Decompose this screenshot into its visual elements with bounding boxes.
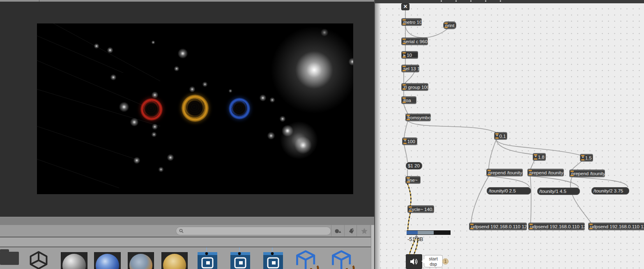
tounity1-message[interactable]: /tounity/1 4.5 xyxy=(537,188,580,195)
star xyxy=(151,91,159,99)
star xyxy=(202,81,208,87)
star xyxy=(94,43,99,49)
material-planet-gold[interactable] xyxy=(161,252,188,269)
asset-grid xyxy=(0,247,372,269)
star xyxy=(279,116,286,122)
star xyxy=(152,123,158,130)
star xyxy=(130,118,139,127)
screen: ✕ metro 100 print serial c 9600 ▶10 sel … xyxy=(0,0,644,269)
unity-logo-icon[interactable] xyxy=(27,250,50,269)
star xyxy=(269,97,275,103)
star xyxy=(267,132,275,140)
material-planet-blue[interactable] xyxy=(94,252,121,269)
favorites-star-icon xyxy=(361,227,368,234)
material-planet-rock[interactable] xyxy=(128,252,154,269)
model-cube-icon[interactable] xyxy=(330,250,355,269)
star xyxy=(133,157,140,164)
star xyxy=(320,28,329,37)
animator-controller-icon[interactable] xyxy=(197,247,218,269)
metro-object[interactable]: metro 100 xyxy=(402,19,421,26)
gain-level-fill xyxy=(407,231,418,234)
multiply-1-5-object[interactable]: * 1.5 xyxy=(580,154,593,161)
star xyxy=(110,74,117,81)
number-box-triangle: ▶ xyxy=(403,53,406,57)
panel-edge-shadow xyxy=(375,3,381,269)
magnifier-icon xyxy=(179,229,184,233)
prepend-tounity0-object[interactable]: prepend /tounity/0 xyxy=(487,169,522,176)
prepend-tounity1-object[interactable]: prepend /tounity/1 xyxy=(528,169,564,176)
fromsymbol-object[interactable]: fromsymbol xyxy=(406,114,430,121)
folder-icon[interactable] xyxy=(0,247,19,269)
star xyxy=(151,40,155,44)
multiply-0-1-object[interactable]: * 0.1 xyxy=(494,132,507,139)
animator-controller-icon[interactable] xyxy=(263,247,283,269)
toggle-object[interactable]: ✕ xyxy=(401,3,409,10)
star xyxy=(189,86,196,93)
star xyxy=(107,47,113,53)
animator-controller-icon[interactable] xyxy=(230,247,251,269)
cycle-object[interactable]: cycle~ 140. xyxy=(408,206,434,213)
star xyxy=(279,121,319,160)
udpsend-object-3[interactable]: udpsend 192.168.0.110 12345 xyxy=(589,223,644,230)
star xyxy=(158,167,164,172)
type-filter-icon xyxy=(334,228,342,234)
gain-db-label: -51 dB xyxy=(407,236,423,242)
project-toolbar xyxy=(0,225,375,237)
asset-path-bar xyxy=(0,237,375,247)
tounity2-message[interactable]: /tounity/2 3.75 xyxy=(591,187,629,195)
hint-line-2: dsp xyxy=(424,262,442,267)
star xyxy=(174,66,179,72)
search-input[interactable] xyxy=(186,229,325,234)
max-titlebar xyxy=(375,0,644,3)
label-filter-button[interactable] xyxy=(345,225,357,237)
hint-line-1: start xyxy=(424,256,442,262)
udpsend-object-1[interactable]: udpsend 192.168.0.110 12345 xyxy=(469,223,527,230)
number-box[interactable]: ▶10 xyxy=(402,51,418,58)
planet-sphere xyxy=(229,98,250,119)
label-tag-icon xyxy=(348,228,355,234)
star xyxy=(167,154,174,161)
assets-scrollbar[interactable] xyxy=(371,225,374,269)
line-object[interactable]: line~ xyxy=(406,176,420,183)
gain-handle[interactable] xyxy=(418,231,434,234)
planet-sphere xyxy=(182,95,209,122)
search-input-wrap[interactable] xyxy=(176,227,331,235)
type-filter-button[interactable] xyxy=(332,225,344,237)
star xyxy=(151,132,157,137)
star xyxy=(119,102,129,112)
max-patch-panel: ✕ metro 100 print serial c 9600 ▶10 sel … xyxy=(375,0,644,269)
speaker-icon xyxy=(409,257,419,266)
star xyxy=(228,89,232,93)
itoa-object[interactable]: itoa xyxy=(402,97,416,104)
multiply-1-8-object[interactable]: * 1.8 xyxy=(533,153,545,160)
sel-object[interactable]: sel 13 10 xyxy=(402,65,419,72)
unity-top-strip xyxy=(0,0,375,2)
star xyxy=(294,50,334,90)
model-cube-icon[interactable] xyxy=(294,250,320,269)
star xyxy=(177,48,188,59)
zl-group-object[interactable]: zl group 1000 xyxy=(402,83,428,90)
serial-object[interactable]: serial c 9600 xyxy=(402,38,428,45)
ezdac-speaker-button[interactable] xyxy=(406,254,422,269)
unity-game-view[interactable] xyxy=(37,23,353,194)
count-badge: 1 xyxy=(442,258,448,264)
gain-slider[interactable] xyxy=(407,230,451,235)
unity-editor-panel xyxy=(0,0,375,269)
tounity0-message[interactable]: /tounity/0 2.5 xyxy=(487,187,531,195)
ramp-message[interactable]: $1 20 xyxy=(406,162,422,169)
print-object[interactable]: print xyxy=(444,22,456,29)
star xyxy=(259,94,267,102)
material-sphere-gray[interactable] xyxy=(61,252,87,269)
favorites-button[interactable] xyxy=(358,225,370,237)
unity-statusbar xyxy=(0,217,375,225)
start-dsp-hint: start dsp xyxy=(424,255,443,267)
multiply-100-object[interactable]: * 100 xyxy=(402,138,417,145)
prepend-tounity2-object[interactable]: prepend /tounity/2 xyxy=(570,170,605,177)
planet-sphere xyxy=(140,98,163,121)
udpsend-object-2[interactable]: udpsend 192.168.0.110 12345 xyxy=(529,223,584,230)
